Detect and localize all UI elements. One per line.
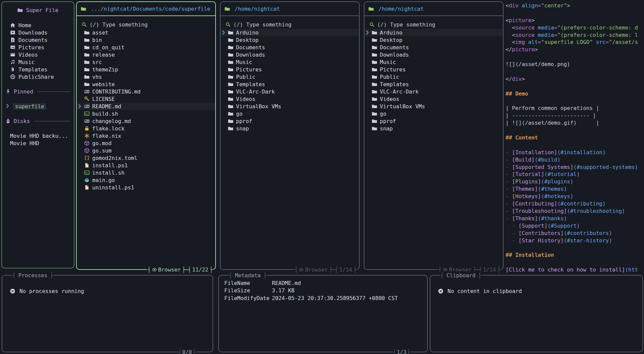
file-row[interactable]: pprof <box>364 117 503 125</box>
file-row[interactable]: cd_on_quit <box>77 44 215 51</box>
file-row[interactable]: main.go <box>77 176 215 184</box>
file-row[interactable]: release <box>77 51 215 58</box>
file-row[interactable]: Public <box>364 73 503 80</box>
disk-item[interactable]: Movie HHD backu... <box>2 132 74 139</box>
file-row[interactable]: Music <box>364 58 503 66</box>
panel-path-header: .../nightcat/Documents/code/superfile <box>77 2 215 16</box>
processes-counter: ┤ 0/0 ├ <box>178 348 196 354</box>
metadata-table: FileName README.md FileSize 3.17 KB File… <box>219 276 427 302</box>
file-row[interactable]: flake.nix <box>77 132 215 139</box>
pinned-item[interactable]: superfile <box>2 103 74 110</box>
clipboard-panel: ┤ Clipboard ├ No content in clipboard <box>430 275 643 352</box>
preview-line: | Perform common operations | <box>506 105 644 112</box>
file-row[interactable]: Documents <box>221 44 359 51</box>
border-tee: ├ <box>407 349 410 354</box>
file-type-icon <box>228 118 233 124</box>
file-row[interactable]: Documents <box>364 44 503 51</box>
cursor-gutter <box>77 97 84 101</box>
file-row[interactable]: go.mod <box>77 139 215 147</box>
file-row[interactable]: Downloads <box>364 51 503 58</box>
file-row[interactable]: Pictures <box>364 66 503 73</box>
file-row[interactable]: VirtualBox VMs <box>221 103 359 110</box>
file-row[interactable]: Arduino <box>221 29 359 36</box>
file-type-icon <box>84 59 90 65</box>
file-row[interactable]: Downloads <box>221 51 359 58</box>
file-row[interactable]: VLC-Arc-Dark <box>364 88 503 95</box>
folder-icon <box>225 6 230 11</box>
sidebar-item[interactable]: Downloads <box>2 29 74 36</box>
file-row[interactable]: flake.lock <box>77 125 215 132</box>
sidebar-item[interactable]: Documents <box>2 36 74 44</box>
border-tee: ├ <box>497 267 500 273</box>
file-row[interactable]: install.ps1 <box>77 162 215 169</box>
file-row[interactable]: gomod2nix.toml <box>77 154 215 162</box>
metadata-counter: ┤ 1/3 ├ <box>392 348 411 354</box>
file-name: Arduino <box>236 30 258 36</box>
file-name: install.ps1 <box>92 162 128 169</box>
file-row[interactable]: pprof <box>221 117 359 125</box>
preview-line: <source media="(prefers-color-scheme: l <box>506 32 644 39</box>
file-row[interactable]: Desktop <box>364 36 503 44</box>
file-row[interactable]: build.sh <box>77 110 215 117</box>
preview-line: - [Plugins](#plugins) <box>506 178 644 185</box>
file-row[interactable]: uninstall.ps1 <box>77 184 215 191</box>
file-row[interactable]: go <box>221 110 359 117</box>
disk-item[interactable]: Movie HHD <box>2 139 74 147</box>
file-row[interactable]: Templates <box>364 80 503 88</box>
preview-line: <picture> <box>506 17 644 24</box>
preview-line: - [Support](#Support) <box>506 222 644 230</box>
file-row[interactable]: Public <box>221 73 359 80</box>
file-row[interactable]: VLC-Arc-Dark <box>221 88 359 95</box>
border-tee: ┤ <box>441 272 444 279</box>
metadata-value: README.md <box>272 280 301 287</box>
file-row[interactable]: Music <box>221 58 359 66</box>
file-row[interactable]: changelog.md <box>77 117 215 125</box>
cursor-gutter <box>77 89 84 94</box>
cursor-gutter <box>221 38 228 42</box>
sidebar-item[interactable]: Videos <box>2 51 74 58</box>
file-row[interactable]: bin <box>77 36 215 44</box>
file-row[interactable]: website <box>77 80 215 88</box>
sidebar-item[interactable]: Templates <box>2 66 74 73</box>
file-row[interactable]: go.sum <box>77 147 215 154</box>
file-row[interactable]: themeZip <box>77 66 215 73</box>
file-row[interactable]: LICENSE <box>77 95 215 103</box>
file-row[interactable]: snap <box>221 125 359 132</box>
sidebar-item[interactable]: Home <box>2 21 74 29</box>
app-title-text: Super File <box>26 7 58 13</box>
file-row[interactable]: vhs <box>77 73 215 80</box>
file-row[interactable]: snap <box>364 125 503 132</box>
preview-line: - [Tutorial](#tutorial) <box>506 171 644 178</box>
preview-line: - [Thanks](#thanks) <box>506 215 644 222</box>
search-input[interactable]: (/) Type something <box>221 21 359 28</box>
file-row[interactable]: Arduino <box>364 29 503 36</box>
file-row[interactable]: src <box>77 58 215 66</box>
metadata-row: FileModifyDate 2024-05-23 20:37:30.25895… <box>224 295 427 302</box>
file-type-icon <box>84 37 90 43</box>
file-row[interactable]: VirtualBox VMs <box>364 103 503 110</box>
file-row[interactable]: go <box>364 110 503 117</box>
sidebar-item[interactable]: PublicShare <box>2 73 74 80</box>
file-type-icon <box>84 30 90 35</box>
superfile-app: Super File Home Downloads Documents <box>0 0 644 354</box>
cursor-gutter <box>77 74 84 79</box>
file-name: release <box>92 52 115 58</box>
search-input[interactable]: (/) Type something <box>77 21 215 28</box>
file-row[interactable]: Videos <box>221 95 359 103</box>
metadata-key: FileSize <box>224 287 272 295</box>
file-row[interactable]: Pictures <box>221 66 359 73</box>
search-input[interactable]: (/) Type something <box>364 21 503 28</box>
cursor-gutter <box>221 126 228 131</box>
sidebar-item[interactable]: Music <box>2 58 74 66</box>
cursor-gutter <box>221 45 228 50</box>
file-row[interactable]: Templates <box>221 80 359 88</box>
file-row[interactable]: asset <box>77 29 215 36</box>
file-row[interactable]: Videos <box>364 95 503 103</box>
file-row[interactable]: CONTRIBUTING.md <box>77 88 215 95</box>
file-type-icon <box>84 170 90 175</box>
file-row[interactable]: Desktop <box>221 36 359 44</box>
file-row[interactable]: install.sh <box>77 169 215 176</box>
file-row[interactable]: README.md <box>77 103 215 110</box>
preview-line: ![](/asset/demo.png) <box>506 61 644 68</box>
sidebar-item[interactable]: Pictures <box>2 44 74 51</box>
